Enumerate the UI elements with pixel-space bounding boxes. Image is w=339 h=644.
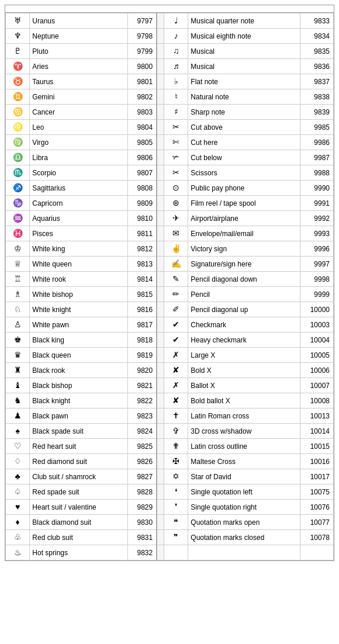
right-symbol-code: 10017	[300, 469, 333, 484]
table-row: ♅ Uranus 9797 ♩ Musical quarter note 983…	[6, 13, 334, 29]
column-separator	[157, 89, 164, 105]
right-symbol-name: Cut below	[188, 150, 300, 165]
right-symbol-code: 10016	[300, 454, 333, 469]
left-symbol-icon: ♙	[6, 317, 30, 333]
table-row: ♔ White king 9812 ✌ Victory sign 9996	[6, 241, 334, 257]
right-symbol-icon: ❜	[164, 500, 188, 515]
left-symbol-icon: ♔	[6, 241, 30, 257]
table-row: ♎ Libra 9806 ✃ Cut below 9987	[6, 150, 334, 165]
right-symbol-name: Musical	[188, 44, 300, 59]
right-symbol-code: 10014	[300, 424, 333, 439]
left-symbol-icon: ♇	[6, 44, 30, 59]
left-symbol-code: 9806	[128, 150, 157, 165]
table-row: ♋ Cancer 9803 ♯ Sharp note 9839	[6, 105, 334, 120]
right-symbol-name: Pencil	[188, 287, 300, 302]
left-symbol-name: Aries	[30, 59, 128, 74]
right-symbol-code: 9996	[300, 241, 333, 257]
right-symbol-icon: ✘	[164, 363, 188, 378]
column-separator	[157, 333, 164, 348]
left-symbol-code: 9803	[128, 105, 157, 120]
right-symbol-icon: ♮	[164, 89, 188, 105]
column-separator	[157, 241, 164, 257]
table-row: ♠ Black spade suit 9824 ✞ 3D cross w/sha…	[6, 424, 334, 439]
left-symbol-name: Hot springs	[30, 545, 128, 560]
left-symbol-name: White king	[30, 241, 128, 257]
left-symbol-name: Heart suit / valentine	[30, 500, 128, 515]
left-symbol-icon: ♢	[6, 454, 30, 469]
column-separator	[157, 515, 164, 530]
right-symbol-name: Large X	[188, 348, 300, 363]
column-separator	[157, 363, 164, 378]
right-symbol-name: Cut above	[188, 120, 300, 135]
left-symbol-name: Black knight	[30, 393, 128, 408]
left-symbol-name: Leo	[30, 120, 128, 135]
right-symbol-icon: ✗	[164, 378, 188, 393]
right-symbol-code: 9985	[300, 120, 333, 135]
right-symbol-icon: ✈	[164, 211, 188, 226]
right-symbol-name: Signature/sign here	[188, 257, 300, 272]
right-symbol-code: 9998	[300, 272, 333, 287]
right-symbol-icon: ✠	[164, 454, 188, 469]
left-symbol-code: 9802	[128, 89, 157, 105]
table-row: ♞ Black knight 9822 ✘ Bold ballot X 1000…	[6, 393, 334, 408]
left-symbol-name: Virgo	[30, 135, 128, 150]
left-symbol-code: 9812	[128, 241, 157, 257]
left-symbol-icon: ♛	[6, 348, 30, 363]
column-separator	[157, 150, 164, 165]
right-symbol-icon: ✉	[164, 226, 188, 241]
right-symbol-name: 3D cross w/shadow	[188, 424, 300, 439]
left-symbol-icon: ♈	[6, 59, 30, 74]
right-symbol-code: 9838	[300, 89, 333, 105]
table-row: ♢ Red diamond suit 9826 ✠ Maltese Cross …	[6, 454, 334, 469]
left-symbol-code: 9820	[128, 363, 157, 378]
left-symbol-icon: ♠	[6, 424, 30, 439]
right-symbol-name	[188, 545, 300, 560]
table-row: ♊ Gemini 9802 ♮ Natural note 9838	[6, 89, 334, 105]
table-row: ♇ Pluto 9799 ♫ Musical 9835	[6, 44, 334, 59]
right-symbol-icon: ✞	[164, 424, 188, 439]
table-row: ♌ Leo 9804 ✂ Cut above 9985	[6, 120, 334, 135]
left-symbol-name: Aquarius	[30, 211, 128, 226]
column-separator	[157, 378, 164, 393]
right-symbol-name: Envelope/mail/email	[188, 226, 300, 241]
left-symbol-name: Scorpio	[30, 165, 128, 181]
right-symbol-code: 10004	[300, 333, 333, 348]
left-symbol-icon: ♐	[6, 181, 30, 196]
left-symbol-icon: ♚	[6, 333, 30, 348]
column-separator	[157, 302, 164, 317]
left-symbol-icon: ♥	[6, 500, 30, 515]
right-symbol-name: Natural note	[188, 89, 300, 105]
column-separator	[157, 196, 164, 211]
right-symbol-icon: ♭	[164, 74, 188, 89]
column-separator	[157, 545, 164, 560]
column-separator	[157, 408, 164, 424]
symbols-table: ♅ Uranus 9797 ♩ Musical quarter note 983…	[5, 13, 334, 560]
table-title	[5, 5, 334, 13]
right-symbol-code: 9987	[300, 150, 333, 165]
left-symbol-name: Libra	[30, 150, 128, 165]
right-symbol-name: Film reel / tape spool	[188, 196, 300, 211]
left-symbol-icon: ♅	[6, 13, 30, 29]
left-symbol-code: 9798	[128, 29, 157, 44]
right-symbol-code: 9993	[300, 226, 333, 241]
table-row: ♛ Black queen 9819 ✗ Large X 10005	[6, 348, 334, 363]
right-symbol-icon: ✂	[164, 120, 188, 135]
right-symbol-code: 9997	[300, 257, 333, 272]
right-symbol-name: Flat note	[188, 74, 300, 89]
left-symbol-name: Black spade suit	[30, 424, 128, 439]
table-row: ♑ Capricorn 9809 ⊛ Film reel / tape spoo…	[6, 196, 334, 211]
left-symbol-code: 9818	[128, 333, 157, 348]
table-row: ♦ Black diamond suit 9830 ❝ Quotation ma…	[6, 515, 334, 530]
table-row: ♐ Sagittarius 9808 ⊙ Public pay phone 99…	[6, 181, 334, 196]
right-symbol-name: Cut here	[188, 135, 300, 150]
right-symbol-icon: ✡	[164, 469, 188, 484]
left-symbol-code: 9830	[128, 515, 157, 530]
column-separator	[157, 484, 164, 500]
right-symbol-name: Musical quarter note	[188, 13, 300, 29]
right-symbol-code: 10015	[300, 439, 333, 454]
table-row: ♡ Red heart suit 9825 ✟ Latin cross outl…	[6, 439, 334, 454]
column-separator	[157, 424, 164, 439]
table-row: ♉ Taurus 9801 ♭ Flat note 9837	[6, 74, 334, 89]
column-separator	[157, 257, 164, 272]
left-symbol-code: 9807	[128, 165, 157, 181]
